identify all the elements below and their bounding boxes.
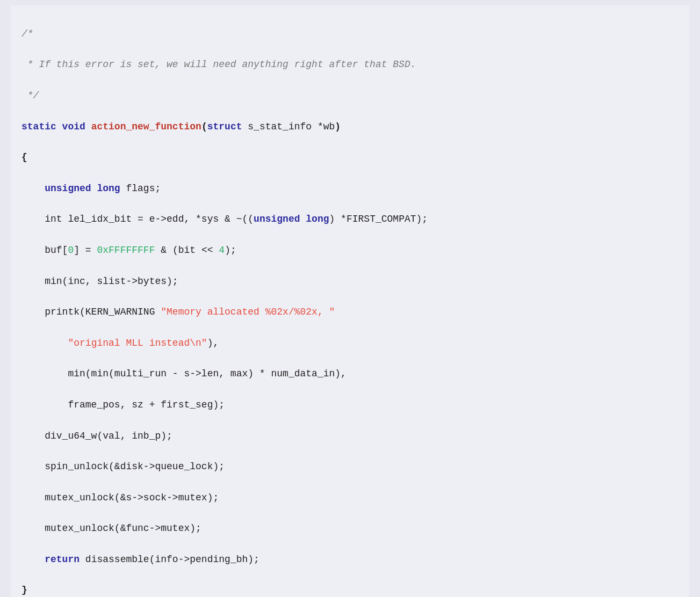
code-line-9: min(inc, slist->bytes); [21, 274, 679, 289]
code-line-11: "original MLL instead\n"), [21, 336, 679, 351]
code-line-8: buf[0] = 0xFFFFFFFF & (bit << 4); [21, 243, 679, 258]
code-line-18: return disassemble(info->pending_bh); [21, 552, 679, 567]
code-line-19: } [21, 583, 679, 597]
code-line-2: * If this error is set, we will need any… [21, 57, 679, 72]
code-line-5: { [21, 150, 679, 165]
code-line-17: mutex_unlock(&func->mutex); [21, 521, 679, 536]
code-line-4: static void action_new_function(struct s… [21, 119, 679, 135]
code-line-12: min(min(multi_run - s->len, max) * num_d… [21, 366, 679, 382]
code-line-6: unsigned long flags; [21, 181, 679, 196]
code-block: /* * If this error is set, we will need … [11, 5, 689, 597]
code-line-15: spin_unlock(&disk->queue_lock); [21, 459, 679, 475]
code-line-14: div_u64_w(val, inb_p); [21, 428, 679, 444]
code-line-10: printk(KERN_WARNING "Memory allocated %0… [21, 304, 679, 320]
code-line-7: int lel_idx_bit = e->edd, *sys & ~((unsi… [21, 212, 679, 227]
code-line-13: frame_pos, sz + first_seg); [21, 397, 679, 413]
code-line-16: mutex_unlock(&s->sock->mutex); [21, 490, 679, 506]
code-line-1: /* [21, 26, 679, 42]
code-line-3: */ [21, 88, 679, 104]
